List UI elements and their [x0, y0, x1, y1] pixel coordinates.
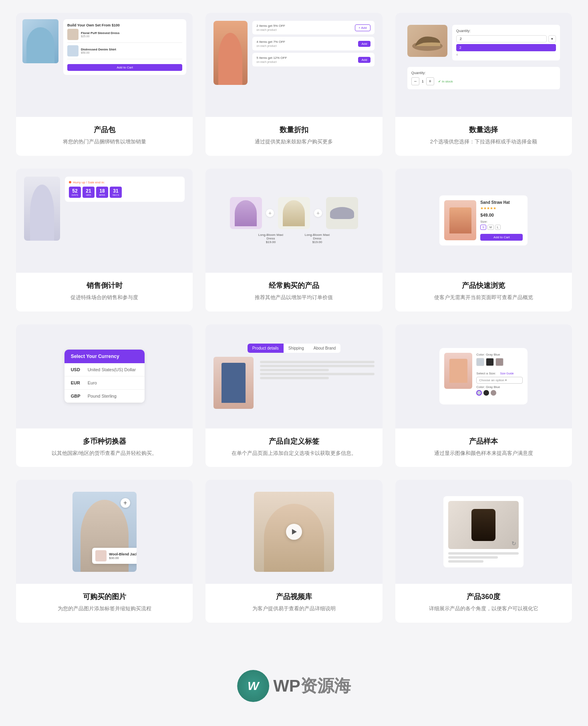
quickview-price: $49.00	[480, 213, 523, 217]
bundle-details: Build Your Own Set From $100 Floral Puff…	[63, 19, 186, 75]
bundle-add-cart-button[interactable]: Add to Cart	[67, 64, 182, 71]
qty-stock-status: ✔ In stock	[438, 80, 453, 83]
shoppable-tag-price: $30.00	[109, 556, 136, 560]
preview-360: ↻	[395, 480, 572, 584]
quickview-product-img	[444, 200, 476, 240]
card-title-discount: 数量折扣	[212, 125, 376, 135]
currency-row-gbp[interactable]: GBP Pound Sterling	[64, 390, 145, 403]
shoe-svg	[411, 31, 443, 51]
currency-name-usd: United States(US) Dollar	[88, 367, 136, 372]
qty-selected-val: 2	[456, 44, 556, 51]
play-triangle-icon	[292, 529, 297, 535]
shoppable-tag-name: Wool-Blend Jacket	[109, 552, 136, 556]
qty-highlight-box: 2	[456, 44, 556, 51]
card-body-bundle: 产品包 将您的热门产品捆绑销售以增加销量	[16, 117, 193, 156]
quickview-product-name: Sand Straw Hat	[480, 200, 523, 205]
card-desc-tabs: 在单个产品页面上添加自定义选项卡以获取更多信息。	[212, 449, 376, 458]
freq-plus-icon-2: +	[314, 209, 322, 217]
currency-row-eur[interactable]: EUR Euro	[64, 376, 145, 390]
countdown-mins: 18 MINS	[96, 187, 108, 198]
color-dot-1[interactable]	[476, 390, 482, 396]
freq-item-label-1: Long-Bloom Maxi Dress $19.00	[255, 233, 287, 244]
card-qty-select: Quantity: 2 ▾ 2 4 Quantity	[395, 13, 572, 156]
qty-minus-button[interactable]: −	[411, 77, 419, 85]
tabs-line-5	[260, 377, 328, 379]
tabs-text-lines	[260, 361, 374, 379]
countdown-dot	[69, 181, 71, 183]
bundle-figure	[26, 27, 54, 63]
card-body-swatches: 产品样本 通过显示图像和颜色样本来提高客户满意度	[395, 428, 572, 467]
card-body-countdown: 销售倒计时 促进特殊场合的销售和参与度	[16, 273, 193, 312]
qty-dropdown-arrow[interactable]: ▾	[548, 35, 556, 42]
tab-product-details[interactable]: Product details	[248, 344, 284, 353]
qty-shoe-img	[407, 25, 447, 57]
discount-row-2-sub: on each product	[256, 44, 285, 47]
discount-add-btn-3[interactable]: Add	[358, 57, 370, 63]
bundle-item-name-1: Floral Puff Sleeved Dress	[81, 31, 182, 35]
bundle-item-img-2	[67, 45, 79, 56]
swatch-thumb-3[interactable]	[495, 358, 503, 366]
card-body-currency: 多币种切换器 以其他国家/地区的货币查看产品并轻松购买。	[16, 428, 193, 467]
discount-figure	[218, 33, 242, 85]
view360-product-img: ↻	[448, 501, 519, 549]
size-m[interactable]: M	[487, 225, 494, 230]
preview-freq: + + Long-Bloom Maxi Dress $19.00 Long-Bl…	[205, 169, 382, 273]
card-desc-video: 为客户提供易于查看的产品详细说明	[212, 605, 376, 613]
preview-custom-tabs: Product details Shipping About Brand	[205, 324, 382, 428]
currency-code-usd: USD	[71, 367, 83, 372]
preview-shoppable: + Wool-Blend Jacket $30.00	[16, 480, 193, 584]
shoppable-product-tag: Wool-Blend Jacket $30.00	[92, 548, 136, 564]
tab-about-brand[interactable]: About Brand	[309, 344, 341, 353]
qty-plus-button[interactable]: +	[426, 77, 434, 85]
bundle-item-info-1: Floral Puff Sleeved Dress $25.00	[81, 31, 182, 38]
size-l[interactable]: L	[495, 225, 501, 230]
custom-tabs-bar: Product details Shipping About Brand	[248, 344, 341, 353]
discount-model-img	[213, 21, 248, 85]
swatch-thumb-1[interactable]	[476, 358, 484, 366]
qty-value-display: 1	[422, 79, 424, 83]
discount-add-btn-2[interactable]: Add	[358, 41, 370, 47]
tabs-line-3	[260, 369, 328, 371]
swatches-size-guide[interactable]: Size Guide	[500, 372, 513, 375]
card-body-qty: 数量选择 2个选项供您选择：下拉选择框或手动选择金额	[395, 117, 572, 156]
bundle-item-1: Floral Puff Sleeved Dress $25.00	[67, 29, 182, 43]
tabs-content	[213, 357, 374, 409]
currency-name-gbp: Pound Sterling	[88, 394, 117, 398]
bundle-item-name-2: Distressed Denim Shirt	[81, 48, 182, 51]
bundle-title: Build Your Own Set From $100	[67, 23, 182, 27]
qty-option-4: 4	[456, 53, 556, 56]
card-360: ↻ 产品360度 详细展示产品的各个角度，以便客户可以视化它	[395, 480, 572, 623]
card-desc-currency: 以其他国家/地区的货币查看产品并轻松购买。	[22, 449, 186, 458]
shoppable-tag-img	[95, 550, 107, 561]
shoppable-main-img: + Wool-Blend Jacket $30.00	[72, 492, 137, 572]
discount-row-3-label: 5 Items get 12% OFF	[256, 56, 287, 60]
swatches-choose-option[interactable]: Choose an option ▾	[476, 377, 523, 384]
discount-add-btn-1[interactable]: + Add	[355, 24, 371, 31]
card-title-swatches: 产品样本	[402, 436, 566, 446]
card-title-bundle: 产品包	[22, 125, 186, 135]
quickview-add-cart-button[interactable]: Add to Cart	[480, 234, 523, 241]
discount-row-2: 4 Items get 7% OFF on each product Add	[252, 37, 374, 50]
card-title-currency: 多币种切换器	[22, 436, 186, 446]
tab-shipping[interactable]: Shipping	[284, 344, 309, 353]
card-title-countdown: 销售倒计时	[22, 281, 186, 290]
color-dot-2[interactable]	[483, 390, 489, 396]
color-dot-3[interactable]	[491, 390, 496, 396]
freq-item-label-2: Long-Bloom Maxi Dress $19.00	[301, 233, 333, 244]
currency-header: Select Your Currency	[64, 350, 145, 363]
tabs-jeans-img	[222, 363, 246, 403]
card-video: 产品视频库 为客户提供易于查看的产品详细说明	[205, 480, 382, 623]
swatch-thumb-2[interactable]	[486, 358, 494, 366]
size-s[interactable]: S	[480, 225, 486, 230]
qty-select-display[interactable]: 2	[456, 35, 547, 42]
shoppable-plus-icon[interactable]: +	[121, 498, 130, 508]
quickview-size: Size: S M L	[480, 220, 523, 230]
freq-product-3	[326, 197, 358, 229]
currency-name-eur: Euro	[88, 380, 97, 385]
card-quickview: Sand Straw Hat ★★★★★ $49.00 Size: S M L …	[395, 169, 572, 312]
currency-row-usd[interactable]: USD United States(US) Dollar	[64, 363, 145, 376]
swatches-thumbnails	[476, 358, 523, 366]
card-body-discount: 数量折扣 通过提供奖励来鼓励客户购买更多	[205, 117, 382, 156]
card-body-quickview: 产品快速浏览 使客户无需离开当前页面即可查看产品概览	[395, 273, 572, 312]
card-title-tabs: 产品自定义标签	[212, 436, 376, 446]
